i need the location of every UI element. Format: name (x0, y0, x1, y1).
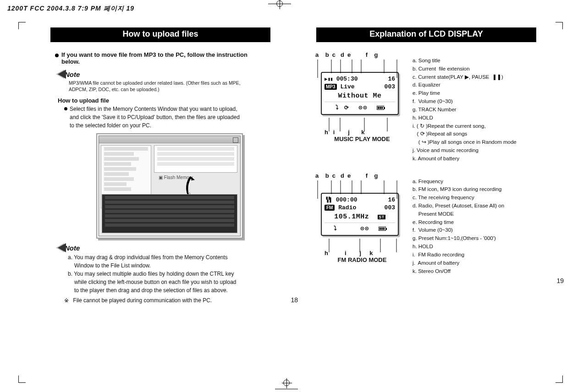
note1-line2: ADPCM, ZIP, DOC, etc. can be uploaded.) (69, 86, 280, 93)
legend-fc: c. The receiving frequency (412, 194, 504, 202)
legend-fe: e. Recording time (412, 218, 504, 227)
legend-i1: i. ( ↻ )Repeat the current song, (412, 122, 517, 131)
lcd-song-title: Without Me (324, 92, 395, 100)
legend-fa: a. Frequency (412, 178, 504, 186)
music-bottom-labels: h i j k (324, 129, 412, 136)
legend-e: e. Play time (412, 89, 517, 98)
record-icon: ⊙⊙ (359, 104, 368, 111)
reference-mark-icon: ※ (64, 297, 69, 304)
legend-fd: d. Radio, Preset (Autoset, Erase All) on (412, 202, 504, 210)
lcd-mode-text: Radio (338, 204, 356, 211)
section-title-upload: How to upload files (50, 27, 270, 42)
legend-i3: ( ↪ )Play all songs once in Random mode (412, 138, 517, 147)
legend-f: f. Volume (0~30) (412, 98, 517, 106)
lcd-track: 003 (385, 83, 395, 90)
legend-b: b. Current file extension (412, 65, 517, 73)
screenshot-illustration: ▣ Flash Memory (96, 133, 243, 239)
upload-step-l3: to the selected folder on your PC. (70, 122, 151, 129)
legend-fb: b. FM icon, MP3 icon during recording (412, 185, 504, 194)
legend-c: c. Current state(PLAY ▶, PAUSE ❚❚) (412, 73, 517, 82)
fm-legend: a. Frequency b. FM icon, MP3 icon during… (412, 178, 504, 276)
subheading-how-to-upload: How to upload file (58, 97, 298, 104)
antenna-icon: ▝▞▌ (324, 197, 332, 203)
lcd-frequency: 105.1MHz (334, 213, 369, 221)
fm-diagram: a b c d e f g ▝▞▌ 000:00 16 FM Radio 003 (307, 172, 412, 276)
hold-icon: ⤵ (334, 225, 338, 232)
note2b-l3: to the player then drag and drop the sel… (68, 286, 289, 294)
note2b-l2: while clicking the left-mouse button on … (68, 278, 289, 286)
note2a-l2: Window to the File List window. (68, 261, 289, 270)
registration-mark-top (261, 4, 298, 11)
legend-fj: j. Amount of battery (412, 259, 504, 267)
fm-icon: FM (324, 205, 335, 211)
play-icon: ▶ (324, 76, 328, 82)
legend-fk: k. Stereo On/Off (412, 267, 504, 276)
note-label: Note (65, 244, 80, 252)
music-legend: a. Song title b. Current file extension … (412, 57, 517, 163)
fm-mode-block: a b c d e f g ▝▞▌ 000:00 16 FM Radio 003 (307, 172, 564, 276)
lcd-volume: 16 (388, 76, 395, 82)
lcd-preset: 003 (385, 204, 395, 211)
eq-bars-icon: ▮▮ (328, 76, 333, 82)
footnote: ※ File cannot be played during communica… (64, 297, 298, 304)
repeat-icon: ⟳ (344, 105, 350, 111)
page-number-19: 19 (556, 277, 564, 284)
mp3-icon: MP3 (324, 84, 337, 90)
legend-k: k. Amount of battery (412, 155, 517, 163)
music-mode-title: MUSIC PLAY MODE (312, 136, 412, 142)
upload-step: Select files in the Memory Contents Wind… (64, 105, 284, 130)
note2a-l1: a. You may drag & drop individual files … (68, 253, 289, 261)
stereo-icon: ST (378, 215, 385, 219)
lcd-volume-fm: 16 (388, 196, 395, 203)
note-arrow-icon (58, 243, 66, 252)
legend-h: h. HOLD (412, 114, 517, 122)
note-flag-2: Note (58, 243, 298, 252)
legend-a: a. Song title (412, 57, 517, 65)
fm-mode-title: FM RADIO MODE (312, 256, 412, 263)
note-arrow-icon (58, 70, 66, 79)
upload-step-l2: and click the 'Save it to PC/Upload' but… (70, 114, 240, 120)
lcd-rec-time: 000:00 (336, 196, 358, 203)
music-diagram: a b c d e f g ▶▮▮ 005:30 16 MP3 Live 003 (307, 51, 412, 163)
legend-d: d. Equalizer (412, 81, 517, 89)
page-18: How to upload files If you want to move … (41, 27, 298, 304)
legend-ff: f. Volume (0~30) (412, 226, 504, 234)
record-icon: ⊙⊙ (360, 225, 369, 232)
upload-step-l1: Select files in the Memory Contents Wind… (70, 106, 237, 112)
intro-text: If you want to move file from MP3 to the… (55, 51, 298, 65)
fm-top-labels: a b c d e f g (315, 172, 412, 179)
note2b-l1: b. You may select multiple audio files b… (68, 270, 289, 278)
legend-fg: g. Preset Num:1~10,(Others - '000') (412, 234, 504, 243)
footnote-text: File cannot be played during communicati… (73, 297, 212, 304)
crop-mark (18, 22, 26, 29)
lcd-play-time: 005:30 (336, 76, 358, 82)
hold-icon: ⤵ (336, 104, 340, 111)
page-19: Explanation of LCD DISPLAY a b c d e f g… (307, 27, 564, 284)
fm-lcd: ▝▞▌ 000:00 16 FM Radio 003 105.1MHz ST ⤵… (321, 193, 399, 236)
legend-g: g. TRACK Number (412, 106, 517, 114)
note-label: Note (65, 71, 80, 78)
intro-line1: If you want to move file from MP3 to the… (61, 51, 248, 58)
music-top-labels: a b c d e f g (315, 51, 412, 58)
note-flag-1: Note (58, 70, 298, 79)
lcd-eq-mode: Live (340, 83, 354, 90)
legend-fh: h. HOLD (412, 243, 504, 251)
battery-icon (377, 106, 384, 110)
battery-icon (379, 227, 386, 231)
crop-mark (556, 376, 563, 383)
legend-fd2: Present MODE (412, 210, 504, 218)
page-number-18: 18 (291, 296, 298, 304)
music-lcd: ▶▮▮ 005:30 16 MP3 Live 003 Without Me ⤵ … (321, 72, 399, 115)
legend-i2: ( ⟳ )Repeat all songs (412, 130, 517, 138)
intro-line2: below. (61, 58, 80, 65)
registration-mark-bottom (275, 380, 298, 389)
fm-bottom-labels: h i j k (324, 250, 412, 256)
section-title-lcd: Explanation of LCD DISPLAY (316, 27, 536, 42)
legend-j: j. Voice and music recording (412, 147, 517, 155)
music-mode-block: a b c d e f g ▶▮▮ 005:30 16 MP3 Live 003 (307, 51, 564, 163)
legend-fi: i. FM Radio recording (412, 251, 504, 259)
note1-line1: MP3/WMA file cannot be uploaded under re… (69, 80, 280, 86)
crop-mark (18, 376, 26, 383)
